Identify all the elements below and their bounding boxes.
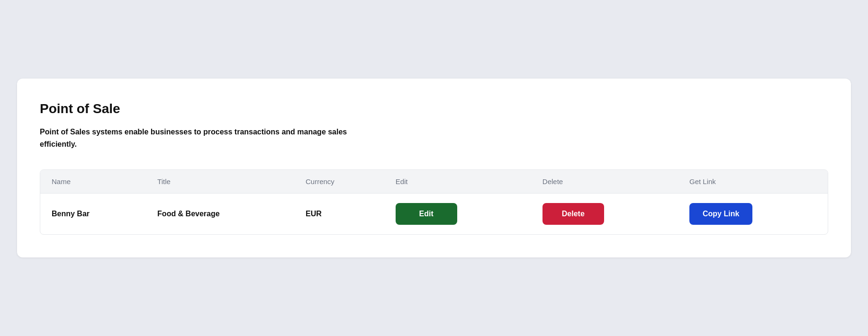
page-title: Point of Sale (40, 101, 828, 116)
col-header-name: Name (40, 170, 146, 194)
delete-button[interactable]: Delete (542, 203, 604, 225)
page-description: Point of Sales systems enable businesses… (40, 126, 371, 150)
table-row: Benny Bar Food & Beverage EUR Edit Delet… (40, 193, 828, 234)
col-header-currency: Currency (294, 170, 384, 194)
col-header-title: Title (146, 170, 294, 194)
cell-delete: Delete (531, 193, 678, 234)
col-header-edit: Edit (384, 170, 531, 194)
data-table-container: Name Title Currency Edit Delete Get Link… (40, 169, 828, 235)
cell-title: Food & Beverage (146, 193, 294, 234)
copy-link-button[interactable]: Copy Link (689, 203, 752, 225)
main-card: Point of Sale Point of Sales systems ena… (17, 79, 851, 257)
cell-copy-link: Copy Link (678, 193, 828, 234)
col-header-delete: Delete (531, 170, 678, 194)
cell-name: Benny Bar (40, 193, 146, 234)
cell-edit: Edit (384, 193, 531, 234)
edit-button[interactable]: Edit (396, 203, 457, 225)
cell-currency: EUR (294, 193, 384, 234)
data-table: Name Title Currency Edit Delete Get Link… (40, 170, 828, 234)
table-header-row: Name Title Currency Edit Delete Get Link (40, 170, 828, 194)
col-header-get-link: Get Link (678, 170, 828, 194)
